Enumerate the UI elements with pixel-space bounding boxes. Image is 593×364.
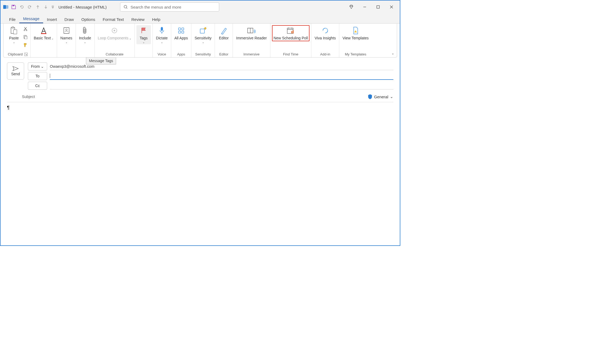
- subject-label: Subject: [7, 95, 50, 99]
- message-body[interactable]: ¶: [1, 102, 400, 113]
- immersive-reader-button[interactable]: Immersive Reader: [234, 25, 268, 41]
- group-voice: Dictate ⌄ Voice: [153, 24, 171, 57]
- group-collaborate: Loop Components ⌄ Collaborate: [95, 24, 135, 57]
- to-button[interactable]: To: [28, 72, 47, 80]
- svg-point-14: [66, 29, 67, 31]
- viva-insights-button[interactable]: Viva Insights: [313, 25, 337, 41]
- minimize-button[interactable]: [362, 4, 368, 10]
- chevron-down-icon: ⌄: [84, 41, 86, 44]
- svg-rect-18: [178, 28, 181, 30]
- undo-icon[interactable]: [19, 4, 25, 10]
- shield-icon: [368, 94, 372, 99]
- new-scheduling-poll-button[interactable]: New Scheduling Poll: [272, 25, 309, 41]
- send-button[interactable]: Send: [7, 62, 24, 80]
- svg-rect-20: [178, 31, 181, 33]
- group-include: Include ⌄: [76, 24, 95, 57]
- maximize-button[interactable]: [375, 4, 381, 10]
- cut-icon[interactable]: [22, 26, 29, 32]
- svg-rect-4: [377, 6, 379, 8]
- ribbon-collapse-icon[interactable]: ⌄: [391, 51, 394, 55]
- arrow-down-icon[interactable]: [43, 4, 49, 10]
- tags-button[interactable]: Tags ⌄: [136, 25, 151, 44]
- names-button[interactable]: Names ⌄: [59, 25, 74, 44]
- copy-icon[interactable]: [22, 34, 29, 40]
- paperclip-icon: [82, 26, 88, 35]
- quick-access-toolbar: [3, 4, 55, 10]
- dialog-launcher-icon[interactable]: ↘: [24, 53, 28, 56]
- group-clipboard: Paste ⌄ Clipboard↘: [5, 24, 31, 57]
- group-names: Names ⌄: [57, 24, 76, 57]
- cc-button[interactable]: Cc: [28, 82, 47, 90]
- subject-row: Subject General ⌄: [7, 91, 393, 102]
- paste-button[interactable]: Paste ⌄: [7, 25, 21, 44]
- window-title: Untitled - Message (HTML): [58, 5, 107, 9]
- view-templates-button[interactable]: View Templates: [341, 25, 370, 41]
- title-bar: Untitled - Message (HTML) Search the men…: [1, 1, 400, 13]
- chevron-down-icon: ⌄: [143, 41, 145, 44]
- editor-button[interactable]: Editor: [217, 25, 231, 41]
- svg-rect-19: [182, 28, 184, 30]
- loop-components-button[interactable]: Loop Components ⌄: [96, 25, 133, 41]
- chevron-down-icon: ⌄: [41, 64, 44, 69]
- tooltip-message-tags: Message Tags: [86, 57, 116, 64]
- tab-format-text[interactable]: Format Text: [99, 16, 128, 23]
- paste-icon: [10, 26, 18, 35]
- ribbon: Paste ⌄ Clipboard↘ Basic Text ⌄: [3, 24, 397, 58]
- chevron-down-icon: ⌄: [390, 94, 393, 99]
- tab-options[interactable]: Options: [78, 16, 99, 23]
- calendar-poll-icon: [286, 26, 295, 35]
- sensitivity-icon: [199, 26, 207, 35]
- from-button[interactable]: From ⌄: [28, 62, 47, 70]
- sensitivity-badge[interactable]: General ⌄: [368, 94, 393, 99]
- diamond-icon[interactable]: [348, 4, 354, 10]
- group-my-templates: View Templates My Templates: [339, 24, 372, 57]
- chevron-down-icon: ⌄: [65, 41, 68, 44]
- tab-help[interactable]: Help: [148, 16, 164, 23]
- svg-point-3: [124, 5, 127, 8]
- to-row: To: [28, 72, 393, 80]
- ribbon-tabs: File Message Insert Draw Options Format …: [1, 13, 400, 24]
- send-icon: [12, 66, 19, 71]
- svg-rect-22: [200, 29, 204, 33]
- search-box[interactable]: Search the menus and more: [120, 2, 219, 12]
- tab-draw[interactable]: Draw: [61, 16, 78, 23]
- arrow-up-icon[interactable]: [35, 4, 41, 10]
- group-addin: Viva Insights Add-in: [311, 24, 339, 57]
- include-button[interactable]: Include ⌄: [77, 25, 93, 44]
- all-apps-button[interactable]: All Apps: [173, 25, 190, 41]
- svg-rect-6: [12, 27, 14, 28]
- basic-text-button[interactable]: Basic Text ⌄: [32, 25, 55, 41]
- apps-grid-icon: [178, 26, 185, 35]
- svg-rect-17: [161, 27, 163, 31]
- save-icon[interactable]: [11, 4, 17, 10]
- text-a-icon: [40, 26, 47, 35]
- tab-file[interactable]: File: [5, 16, 19, 23]
- sensitivity-button[interactable]: Sensitivity ⌄: [193, 25, 213, 44]
- group-editor: Editor Editor: [215, 24, 233, 57]
- svg-rect-1: [6, 6, 8, 8]
- qat-customize-icon[interactable]: [51, 4, 55, 10]
- group-apps: All Apps Apps: [171, 24, 192, 57]
- tab-review[interactable]: Review: [128, 16, 148, 23]
- template-icon: [352, 26, 359, 35]
- redo-icon[interactable]: [27, 4, 33, 10]
- chevron-down-icon: ⌄: [161, 41, 163, 44]
- tab-insert[interactable]: Insert: [43, 16, 61, 23]
- svg-rect-7: [13, 30, 17, 34]
- dictate-button[interactable]: Dictate ⌄: [154, 25, 169, 44]
- tab-message[interactable]: Message: [19, 15, 43, 23]
- to-field[interactable]: [50, 72, 393, 80]
- cc-field[interactable]: [50, 82, 393, 89]
- chevron-down-icon: ⌄: [202, 41, 204, 44]
- svg-rect-2: [13, 5, 14, 6]
- format-painter-icon[interactable]: [22, 42, 29, 48]
- search-placeholder: Search the menus and more: [130, 5, 181, 9]
- viva-icon: [321, 26, 329, 35]
- cc-row: Cc: [28, 82, 393, 90]
- search-icon: [124, 5, 128, 9]
- close-button[interactable]: [389, 4, 394, 10]
- compose-header: Send From ⌄ Owaexp3@microsoft.com To Cc …: [1, 58, 400, 102]
- group-basic-text: Basic Text ⌄: [31, 24, 57, 57]
- svg-rect-11: [25, 36, 27, 39]
- svg-rect-25: [293, 30, 294, 33]
